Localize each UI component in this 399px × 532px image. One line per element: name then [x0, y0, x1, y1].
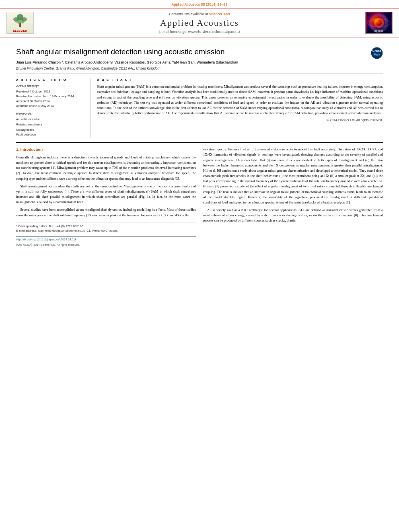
footnote-area: * Corresponding author. Tel.: +44 (0) 12…	[16, 222, 196, 233]
keywords-label: Keywords:	[16, 112, 86, 115]
article-info-abstract: A R T I C L E I N F O Article history: R…	[16, 78, 383, 138]
intro-p1: Generally throughout industry there is a…	[16, 155, 196, 181]
corresponding-footnote: * Corresponding author. Tel.: +44 (0) 12…	[16, 224, 196, 228]
article-info-label: A R T I C L E I N F O	[16, 78, 86, 82]
science-direct-line: Contents lists available at ScienceDirec…	[39, 12, 360, 16]
received-date: Received 4 October 2013	[16, 89, 86, 94]
article-info-col: A R T I C L E I N F O Article history: R…	[16, 78, 90, 138]
issn-line: 0003-682X/© 2014 Elsevier Ltd. All right…	[16, 243, 196, 247]
homepage-line: journal homepage: www.elsevier.com/locat…	[39, 30, 360, 34]
body-col-left: 1. Introduction Generally throughout ind…	[16, 147, 196, 247]
header-center: Contents lists available at ScienceDirec…	[39, 12, 360, 34]
keyword-2: Rotating machinery	[16, 122, 86, 127]
keyword-1: Acoustic emission	[16, 117, 86, 122]
main-content: Shaft angular misalignment detection usi…	[0, 37, 399, 251]
doi-link[interactable]: http://dx.doi.org/10.1016/j.apacoust.201…	[16, 238, 76, 242]
accepted-date: Accepted 26 March 2014	[16, 99, 86, 104]
journal-header: ELSEVIER Contents lists available at Sci…	[0, 8, 399, 37]
intro-heading: 1. Introduction	[16, 147, 196, 153]
journal-cover-art: applied acoustics	[367, 13, 391, 33]
crossmark-icon[interactable]: Cross Mark	[371, 47, 383, 59]
body-col-right: vibration spectra. Pennacchi et al. [5] …	[203, 147, 383, 247]
received-revised-date: Received in revised form 19 February 201…	[16, 94, 86, 99]
journal-cover-image: applied acoustics	[365, 12, 393, 34]
bottom-bar: http://dx.doi.org/10.1016/j.apacoust.201…	[16, 236, 196, 242]
svg-rect-4	[19, 23, 21, 27]
right-p2: AE is widely used as a NDT technique for…	[203, 207, 383, 224]
copyright-line: © 2014 Elsevier Ltd. All rights reserved…	[97, 118, 383, 122]
journal-cover-right: applied acoustics	[364, 12, 393, 34]
sciencedirect-link[interactable]: ScienceDirect	[209, 12, 230, 16]
elsevier-logo-left: ELSEVIER	[6, 12, 35, 34]
keyword-4: Fault detection	[16, 132, 86, 138]
article-history: Article history: Received 4 October 2013…	[16, 84, 86, 109]
title-authors-block: Shaft angular misalignment detection usi…	[16, 47, 238, 70]
elsevier-tree-icon	[10, 13, 30, 28]
keywords-section: Keywords: Acoustic emission Rotating mac…	[16, 112, 86, 138]
intro-p3: Several studies have been accomplished a…	[16, 207, 196, 218]
body-content: 1. Introduction Generally throughout ind…	[16, 147, 383, 247]
affiliation: Brunel Innovation Centre, Granta Park, G…	[16, 66, 238, 70]
svg-text:acoustics: acoustics	[374, 32, 384, 33]
email-footnote: E-mail address: juan.ferrandochacon@brun…	[16, 228, 196, 233]
right-p1: vibration spectra. Pennacchi et al. [5] …	[203, 147, 383, 205]
elsevier-label: ELSEVIER	[13, 29, 27, 32]
elsevier-logo: ELSEVIER	[6, 12, 34, 34]
article-title: Shaft angular misalignment detection usi…	[16, 47, 238, 57]
journal-citation: Applied Acoustics 85 (2014) 12–22	[0, 0, 399, 8]
svg-text:Cross: Cross	[372, 49, 382, 53]
svg-text:Mark: Mark	[374, 53, 380, 56]
history-label: Article history:	[16, 84, 86, 88]
authors-line: Juan Luis Ferrando Chacon *, Estefania A…	[16, 60, 238, 66]
keyword-3: Misalignment	[16, 127, 86, 133]
available-date: Available online 3 May 2014	[16, 104, 86, 109]
abstract-label: A B S T R A C T	[97, 78, 383, 82]
body-divider	[16, 142, 383, 143]
article-title-section: Shaft angular misalignment detection usi…	[16, 41, 383, 74]
journal-name: Applied Acoustics	[39, 18, 360, 28]
abstract-text: Shaft angular misalignment (SAM) is a co…	[97, 84, 383, 116]
abstract-col: A B S T R A C T Shaft angular misalignme…	[97, 78, 383, 138]
intro-p2: Shaft misalignment occurs when the shaft…	[16, 184, 196, 205]
